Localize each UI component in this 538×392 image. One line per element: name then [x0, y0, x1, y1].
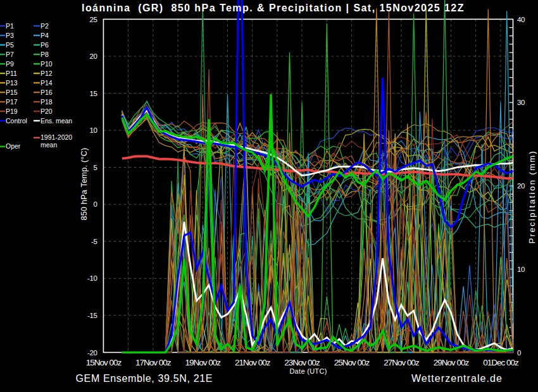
svg-text:-20: -20: [87, 349, 97, 357]
svg-text:20: 20: [517, 182, 525, 190]
svg-text:P17: P17: [6, 98, 18, 106]
svg-text:Wetterzentrale.de: Wetterzentrale.de: [411, 373, 503, 384]
svg-text:P6: P6: [41, 41, 49, 49]
svg-text:Control: Control: [6, 117, 27, 125]
svg-text:mean: mean: [41, 141, 57, 149]
svg-text:19Nov 00z: 19Nov 00z: [185, 358, 222, 367]
svg-text:P19: P19: [6, 107, 18, 115]
svg-text:P18: P18: [41, 98, 53, 106]
svg-text:P14: P14: [41, 79, 53, 87]
svg-text:30: 30: [517, 99, 525, 106]
svg-text:GEM Ensemble, 39.5N, 21E: GEM Ensemble, 39.5N, 21E: [76, 373, 213, 384]
svg-text:20: 20: [90, 52, 97, 60]
svg-text:1991-2020: 1991-2020: [41, 133, 72, 141]
svg-text:01Dec 00z: 01Dec 00z: [483, 358, 519, 367]
svg-text:P1: P1: [6, 22, 14, 30]
svg-text:17Nov 00z: 17Nov 00z: [135, 358, 172, 367]
svg-text:P15: P15: [6, 89, 18, 96]
svg-text:P10: P10: [41, 60, 53, 68]
svg-text:15: 15: [90, 90, 97, 97]
svg-text:0: 0: [94, 200, 97, 208]
svg-text:P8: P8: [41, 51, 49, 58]
svg-text:850 hPa Temp. (°C): 850 hPa Temp. (°C): [80, 147, 89, 220]
svg-text:0: 0: [517, 349, 521, 357]
svg-text:P3: P3: [6, 32, 14, 39]
svg-text:P9: P9: [6, 60, 14, 68]
svg-text:25: 25: [90, 16, 97, 23]
svg-text:40: 40: [517, 16, 525, 23]
svg-text:P7: P7: [6, 51, 14, 58]
svg-text:29Nov 00z: 29Nov 00z: [434, 358, 470, 367]
svg-text:-5: -5: [91, 238, 97, 245]
svg-text:21Nov 00z: 21Nov 00z: [235, 358, 271, 367]
svg-text:Ens. mean: Ens. mean: [41, 117, 72, 125]
svg-text:25Nov 00z: 25Nov 00z: [334, 358, 370, 367]
svg-text:15Nov 00z: 15Nov 00z: [86, 358, 122, 367]
svg-text:Precipitation (mm): Precipitation (mm): [527, 150, 537, 244]
svg-text:P16: P16: [41, 89, 53, 96]
svg-text:5: 5: [94, 164, 97, 171]
svg-text:10: 10: [90, 126, 97, 134]
svg-text:P11: P11: [6, 70, 17, 77]
svg-text:27Nov 00z: 27Nov 00z: [384, 358, 420, 367]
svg-text:10: 10: [517, 266, 525, 273]
svg-text:Date (UTC): Date (UTC): [289, 367, 327, 375]
svg-text:P20: P20: [41, 107, 53, 115]
svg-text:P5: P5: [6, 41, 14, 49]
svg-text:-15: -15: [87, 312, 97, 319]
svg-text:-10: -10: [87, 274, 97, 282]
svg-text:P2: P2: [41, 22, 49, 30]
svg-text:P13: P13: [6, 79, 18, 87]
svg-text:Oper: Oper: [6, 142, 21, 150]
svg-text:P4: P4: [41, 32, 49, 39]
svg-text:P12: P12: [41, 70, 53, 77]
svg-text:23Nov 00z: 23Nov 00z: [284, 358, 320, 367]
svg-text:Ioánnina (GR) 850 hPa Temp.: Ioánnina (GR) 850 hPa Temp. & Precipitat…: [82, 3, 465, 13]
